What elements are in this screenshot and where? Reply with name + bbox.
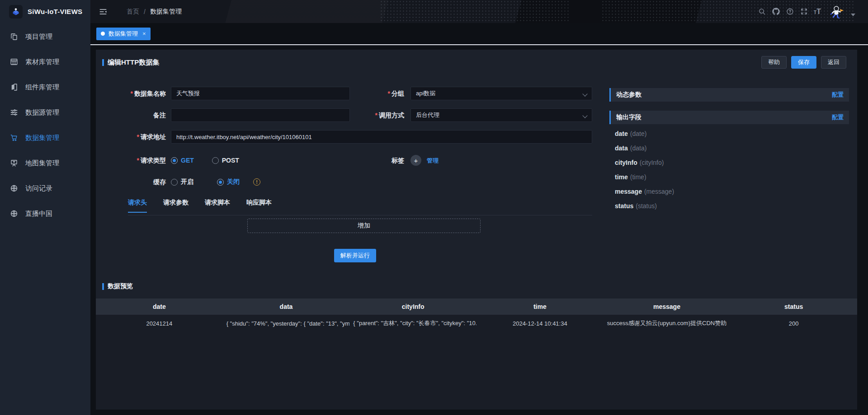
- tab-request-headers[interactable]: 请求头: [128, 199, 147, 213]
- sidebar-item-datasource[interactable]: 数据源管理: [0, 100, 90, 125]
- breadcrumb-home[interactable]: 首页: [127, 8, 139, 16]
- sidebar-item-live-china[interactable]: 直播中国: [0, 201, 90, 226]
- back-button[interactable]: 返回: [821, 56, 846, 69]
- sidebar-item-component[interactable]: 组件库管理: [0, 75, 90, 100]
- breadcrumb: 首页 / 数据集管理: [127, 8, 182, 16]
- edit-dataset-card: 编辑HTTP数据集 帮助 保存 返回 *数据集名称 *分组 api数据 备注 *…: [96, 50, 857, 410]
- cell-date: 20241214: [96, 320, 223, 327]
- app-root: SiWu-IoT-VIEWS 项目管理 素材库管理 组件库管理: [0, 0, 868, 415]
- chevron-down-icon: [582, 113, 587, 118]
- invoke-mode-select[interactable]: 后台代理: [410, 108, 592, 122]
- globe-icon: [10, 184, 18, 192]
- help-button[interactable]: 帮助: [761, 56, 787, 69]
- column-header-status: status: [730, 303, 857, 310]
- app-title: SiWu-IoT-VIEWS: [28, 8, 82, 15]
- cell-data: { "shidu": "74%", "yesterday": { "date":…: [223, 320, 350, 327]
- remark-input[interactable]: [171, 108, 350, 122]
- output-field-list: date(date) data(data) cityInfo(cityInfo)…: [615, 126, 845, 213]
- worldmap-dots-decoration: [380, 0, 570, 23]
- cell-message: success感谢又拍云(upyun.com)提供CDN赞助: [604, 319, 731, 327]
- group-select-value: api数据: [416, 90, 435, 97]
- radio-cache-on[interactable]: 开启: [171, 178, 193, 186]
- request-url-input[interactable]: [171, 130, 592, 144]
- preview-table-body: 20241214 { "shidu": "74%", "yesterday": …: [96, 315, 857, 410]
- sidebar-item-label: 组件库管理: [25, 83, 59, 92]
- chevron-down-icon: [582, 91, 587, 96]
- group-select[interactable]: api数据: [410, 87, 592, 100]
- sidebar-item-label: 访问记录: [25, 184, 52, 193]
- cell-time: 2024-12-14 10:41:34: [476, 320, 604, 327]
- table-icon: [10, 58, 18, 66]
- cell-cityinfo: { "parent": "吉林", "city": "长春市", "cityke…: [349, 319, 476, 327]
- sidebar-item-project[interactable]: 项目管理: [0, 24, 90, 49]
- tab-request-params[interactable]: 请求参数: [163, 199, 189, 213]
- manage-tags-link[interactable]: 管理: [427, 157, 439, 165]
- sidebar-item-label: 素材库管理: [25, 58, 59, 66]
- sidebar-item-dataset[interactable]: 数据集管理: [0, 125, 90, 150]
- plus-icon: +: [414, 157, 418, 164]
- sidebar-item-label: 直播中国: [25, 210, 52, 218]
- radio-cache-off[interactable]: 关闭: [217, 178, 240, 186]
- radio-icon: [171, 157, 178, 164]
- required-asterisk: *: [375, 112, 377, 119]
- tab-dataset-management[interactable]: 数据集管理 ×: [96, 28, 151, 40]
- main-content: 编辑HTTP数据集 帮助 保存 返回 *数据集名称 *分组 api数据 备注 *…: [90, 46, 868, 415]
- logo[interactable]: SiWu-IoT-VIEWS: [0, 0, 90, 23]
- radio-icon: [212, 157, 219, 164]
- required-asterisk: *: [137, 133, 139, 140]
- sidebar-item-material[interactable]: 素材库管理: [0, 49, 90, 75]
- sidebar-item-label: 数据源管理: [25, 108, 59, 117]
- radio-get[interactable]: GET: [171, 157, 194, 164]
- logo-cube-icon: [9, 5, 23, 19]
- remark-label: 备注: [96, 108, 166, 122]
- cart-icon: [10, 134, 18, 142]
- output-fields-header: 输出字段 配置: [609, 111, 849, 124]
- tab-close-icon[interactable]: ×: [142, 30, 146, 37]
- add-header-button[interactable]: 增加: [247, 219, 481, 233]
- cache-label: 缓存: [96, 175, 166, 189]
- user-avatar-astronaut[interactable]: [830, 4, 845, 19]
- breadcrumb-current: 数据集管理: [150, 8, 182, 16]
- dataset-name-input[interactable]: [171, 87, 350, 100]
- fullscreen-icon[interactable]: [800, 8, 808, 16]
- sidebar-menu: 项目管理 素材库管理 组件库管理 数据源管理: [0, 23, 90, 226]
- column-header-message: message: [604, 303, 731, 310]
- configure-output-fields-link[interactable]: 配置: [832, 113, 844, 121]
- output-field: date(date): [615, 126, 845, 141]
- globe-icon: [10, 210, 18, 218]
- save-button[interactable]: 保存: [791, 56, 816, 69]
- required-asterisk: *: [388, 90, 390, 97]
- cache-radio-group: 开启 关闭 !: [171, 175, 260, 189]
- open-door-icon: [10, 83, 18, 91]
- column-header-date: date: [96, 303, 223, 310]
- table-row[interactable]: 20241214 { "shidu": "74%", "yesterday": …: [96, 315, 857, 332]
- parse-and-run-button[interactable]: 解析并运行: [334, 249, 376, 262]
- tab-bar: 数据集管理 ×: [90, 23, 868, 45]
- sidebar-collapse-icon[interactable]: [99, 6, 109, 17]
- column-header-cityinfo: cityInfo: [349, 303, 476, 310]
- title-accent-bar: [102, 283, 104, 290]
- copy-icon: [10, 33, 18, 41]
- sidebar-item-visits[interactable]: 访问记录: [0, 176, 90, 201]
- cell-status: 200: [730, 320, 857, 327]
- tab-response-script[interactable]: 响应脚本: [246, 199, 272, 213]
- radio-post[interactable]: POST: [212, 157, 239, 164]
- radio-icon: [217, 179, 224, 186]
- help-icon[interactable]: [786, 8, 794, 16]
- sidebar-item-label: 地图集管理: [25, 159, 59, 168]
- tab-active-dot: [101, 32, 105, 36]
- topbar-actions: TT: [758, 4, 868, 19]
- breadcrumb-separator: /: [144, 8, 146, 15]
- github-icon[interactable]: [772, 8, 780, 16]
- card-header: 编辑HTTP数据集 帮助 保存 返回: [96, 50, 857, 70]
- sidebar-item-atlas[interactable]: 地图集管理: [0, 150, 90, 176]
- tabs-divider: [128, 215, 592, 215]
- search-icon[interactable]: [758, 8, 766, 16]
- add-tag-button[interactable]: +: [410, 155, 421, 166]
- font-size-icon[interactable]: TT: [814, 8, 821, 16]
- chevron-down-icon[interactable]: [851, 14, 855, 16]
- configure-dynamic-params-link[interactable]: 配置: [832, 91, 844, 99]
- dataset-name-label: *数据集名称: [96, 87, 166, 100]
- tab-request-script[interactable]: 请求脚本: [205, 199, 230, 213]
- header-buttons: 帮助 保存 返回: [761, 56, 846, 69]
